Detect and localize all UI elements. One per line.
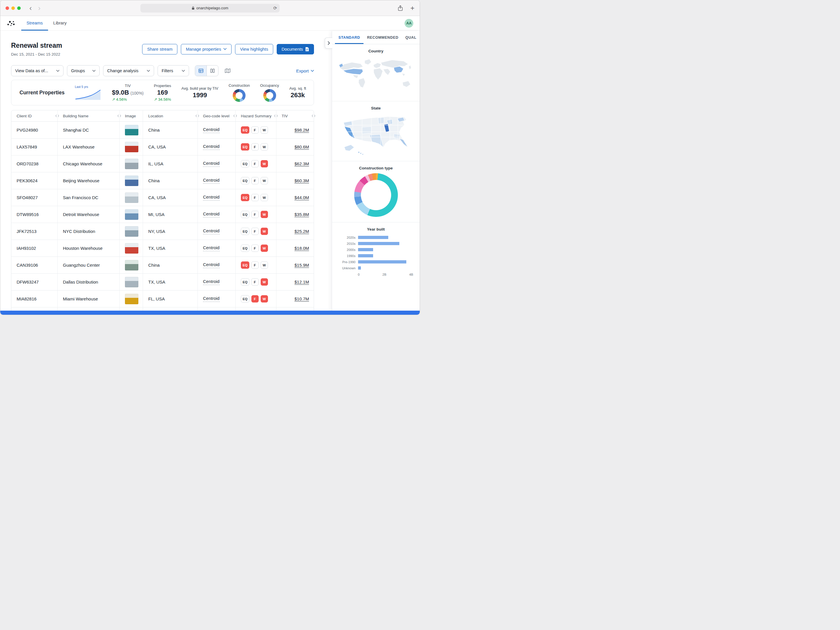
table-row[interactable]: PVG24980 Shanghai DC China Centroid EQFW… — [11, 122, 314, 139]
table-row[interactable]: ORD70238 Chicago Warehouse IL, USA Centr… — [11, 156, 314, 172]
address-bar[interactable]: onarchipelago.com ⟳ — [141, 4, 279, 13]
building-thumbnail[interactable] — [125, 226, 138, 237]
building-name-cell: LAX Warehouse — [58, 139, 120, 155]
tiv-link[interactable]: $98.2M — [294, 128, 309, 132]
table-row[interactable]: JFK72513 NYC Distribution NY, USA Centro… — [11, 223, 314, 240]
axis-tick-label: 4B — [409, 273, 413, 276]
table-row[interactable]: SFO48027 San Francisco DC CA, USA Centro… — [11, 189, 314, 206]
browser-forward-button[interactable]: › — [38, 5, 41, 12]
column-resize-handle[interactable] — [233, 114, 237, 118]
column-header-geo-code-level[interactable]: Geo-code level — [198, 110, 235, 121]
tiv-link[interactable]: $80.6M — [294, 144, 309, 150]
table-row[interactable]: DTW89516 Detroit Warehouse MI, USA Centr… — [11, 206, 314, 223]
hazard-badge-f: F — [251, 295, 259, 302]
building-thumbnail[interactable] — [125, 125, 138, 135]
building-name-cell: Shanghai DC — [58, 122, 120, 138]
tiv-cell: $98.2M — [276, 122, 314, 138]
column-header-client-id[interactable]: Client ID — [11, 110, 58, 121]
panel-tab-standard[interactable]: STANDARD — [335, 31, 363, 44]
browser-back-button[interactable]: ‹ — [29, 5, 32, 12]
panel-tab-recommended[interactable]: RECOMMENDED — [363, 31, 402, 44]
table-row[interactable]: LAX57849 LAX Warehouse CA, USA Centroid … — [11, 139, 314, 156]
building-thumbnail[interactable] — [125, 159, 138, 169]
hazard-badge-eq: EQ — [241, 295, 249, 302]
tiv-link[interactable]: $18.0M — [294, 246, 309, 250]
hazard-badge-eq: EQ — [241, 228, 249, 235]
column-header-location[interactable]: Location — [143, 110, 198, 121]
building-thumbnail[interactable] — [125, 260, 138, 271]
table-row[interactable]: IAH93102 Houston Warehouse TX, USA Centr… — [11, 240, 314, 257]
column-resize-handle[interactable] — [311, 114, 316, 118]
manage-properties-button[interactable]: Manage properties — [181, 44, 232, 54]
table-view-button[interactable] — [195, 66, 207, 76]
table-row[interactable]: MIA82816 Miami Warehouse FL, USA Centroi… — [11, 291, 314, 307]
panel-collapse-button[interactable] — [325, 38, 332, 49]
building-name-cell: Dallas Distribution — [58, 274, 120, 290]
building-name-cell: Detroit Warehouse — [58, 206, 120, 223]
year-built-bar-track — [358, 260, 413, 263]
tiv-link[interactable]: $10.7M — [294, 296, 309, 301]
tiv-link[interactable]: $12.1M — [294, 279, 309, 284]
view-data-as-of-dropdown[interactable]: View Data as of... — [11, 65, 63, 76]
building-thumbnail[interactable] — [125, 176, 138, 186]
column-header-image[interactable]: Image — [120, 110, 143, 121]
tiv-link[interactable]: $25.2M — [294, 229, 309, 234]
archipelago-logo-icon[interactable] — [7, 20, 15, 27]
avatar[interactable]: AA — [404, 19, 413, 28]
year-built-bar-track — [358, 266, 413, 269]
column-resize-handle[interactable] — [195, 114, 199, 118]
building-name-cell: San Francisco DC — [58, 189, 120, 206]
hazard-badges: EQFW — [241, 194, 268, 201]
hazard-badge-w: W — [261, 261, 268, 269]
refresh-icon[interactable]: ⟳ — [273, 6, 277, 11]
building-thumbnail[interactable] — [125, 277, 138, 287]
change-analysis-dropdown[interactable]: Change analysis — [103, 65, 154, 76]
tiv-link[interactable]: $44.0M — [294, 195, 309, 200]
view-highlights-button[interactable]: View highlights — [235, 44, 273, 54]
geo-code-value: Centroid — [203, 262, 219, 268]
map-view-button[interactable] — [225, 68, 231, 73]
geo-code-value: Centroid — [203, 127, 219, 133]
groups-dropdown[interactable]: Groups — [67, 65, 99, 76]
building-thumbnail[interactable] — [125, 192, 138, 203]
export-dropdown[interactable]: Export — [296, 68, 314, 73]
building-thumbnail[interactable] — [125, 294, 138, 304]
column-header-tiv[interactable]: TIV — [276, 110, 314, 121]
tiv-link[interactable]: $15.9M — [294, 263, 309, 268]
hazard-badge-w: W — [261, 244, 268, 252]
share-icon[interactable] — [398, 5, 403, 11]
table-row[interactable]: PEK30624 Beijing Warehouse China Centroi… — [11, 172, 314, 189]
close-window-button[interactable] — [6, 6, 9, 10]
tab-library[interactable]: Library — [48, 16, 72, 31]
tiv-link[interactable]: $35.8M — [294, 212, 309, 217]
metric-occupancy: Occupancy — [260, 83, 279, 102]
axis-tick-label: 0 — [358, 273, 360, 276]
column-view-button[interactable] — [207, 66, 218, 76]
hazard-badge-f: F — [251, 261, 259, 269]
tiv-link[interactable]: $62.3M — [294, 161, 309, 166]
building-thumbnail[interactable] — [125, 243, 138, 254]
tiv-sparkline — [75, 89, 101, 101]
new-tab-icon[interactable]: + — [411, 5, 414, 12]
geo-code-value: Centroid — [203, 194, 219, 201]
column-header-hazard-summary[interactable]: Hazard Summary — [235, 110, 276, 121]
building-name-cell: Chicago Warehouse — [58, 156, 120, 172]
building-thumbnail[interactable] — [125, 209, 138, 220]
panel-tab-qual[interactable]: QUAL — [402, 31, 420, 44]
column-resize-handle[interactable] — [274, 114, 278, 118]
column-resize-handle[interactable] — [55, 114, 59, 118]
table-row[interactable]: CAN39106 Guangzhou Center China Centroid… — [11, 257, 314, 274]
tiv-link[interactable]: $60.3M — [294, 178, 309, 183]
zoom-window-button[interactable] — [17, 6, 21, 10]
building-thumbnail[interactable] — [125, 142, 138, 152]
documents-button[interactable]: Documents — [277, 44, 314, 54]
column-resize-handle[interactable] — [117, 114, 122, 118]
filters-dropdown[interactable]: Filters — [158, 65, 189, 76]
share-stream-button[interactable]: Share stream — [142, 44, 177, 54]
year-built-bar-track — [358, 242, 413, 245]
tab-streams[interactable]: Streams — [21, 16, 48, 31]
column-header-building-name[interactable]: Building Name — [58, 110, 120, 121]
minimize-window-button[interactable] — [11, 6, 15, 10]
table-row[interactable]: DFW63247 Dallas Distribution TX, USA Cen… — [11, 274, 314, 291]
hazard-badges: EQFW — [241, 126, 268, 134]
